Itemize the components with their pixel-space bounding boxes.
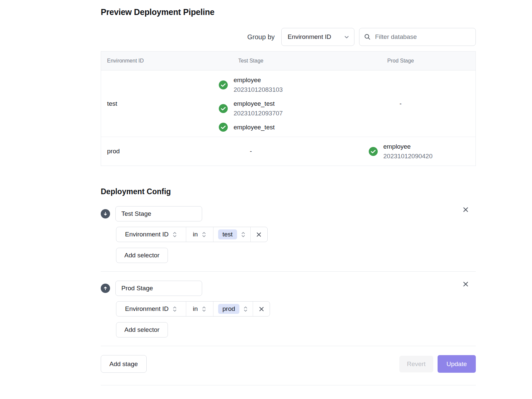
selector-operator-value: in [193,305,198,313]
selector-key-select[interactable]: Environment ID [116,302,186,316]
table-controls: Group by Environment ID [101,28,476,46]
page-title: Preview Deployment Pipeline [101,0,476,17]
revert-button[interactable]: Revert [399,356,433,372]
search-icon [364,34,371,40]
filter-database-input[interactable] [374,33,471,41]
database-item: employee 20231012083103 [219,75,283,94]
pipeline-table-header: Environment ID Test Stage Prod Stage [101,52,475,70]
deployment-config-title: Deployment Config [101,187,476,196]
selector-operator-select[interactable]: in [186,302,213,316]
chevron-up-down-icon [243,306,248,313]
label-selector: Environment ID in prod [116,301,270,317]
success-check-icon [219,123,228,132]
remove-selector-button[interactable] [253,302,270,316]
database-item: employee_test [219,122,283,132]
database-item: employee 20231012090420 [369,142,433,161]
database-version: 20231012093707 [233,108,283,118]
chevron-up-down-icon [172,306,177,313]
test-stage-empty: - [176,148,326,155]
table-row-test: test employee 20231012083103 [101,70,475,137]
database-name: employee [233,75,283,85]
column-header-environment-id: Environment ID [101,58,176,64]
stage-config-prod: Environment ID in prod [101,281,476,337]
remove-selector-button[interactable] [251,227,267,242]
add-selector-button[interactable]: Add selector [116,248,168,263]
test-stage-database-list: employee 20231012083103 employee_test 20… [219,75,283,132]
chevron-up-down-icon [201,306,206,313]
add-selector-button[interactable]: Add selector [116,322,168,337]
footer-actions: Add stage Revert Update [101,355,476,373]
chevron-up-down-icon [201,231,206,238]
column-header-test-stage: Test Stage [176,58,326,64]
selector-value-pill: prod [218,304,239,314]
stage-name-input[interactable] [115,206,202,221]
group-by-label: Group by [247,33,275,41]
database-name: employee [383,142,433,151]
label-selector: Environment ID in test [116,227,268,242]
prod-stage-empty: - [326,100,475,107]
bottom-divider [101,385,476,385]
success-check-icon [219,104,228,113]
prod-stage-database-list: employee 20231012090420 [369,142,433,161]
arrow-up-circle-icon [101,284,110,293]
chevron-up-down-icon [172,231,177,238]
database-name: employee_test [233,122,275,132]
remove-stage-button[interactable] [462,281,469,288]
add-stage-button[interactable]: Add stage [101,355,147,373]
stage-name-input[interactable] [115,281,202,296]
pipeline-table: Environment ID Test Stage Prod Stage tes… [101,51,476,166]
selector-value-select[interactable]: prod [213,302,253,316]
selector-operator-select[interactable]: in [186,227,213,242]
database-item: employee_test 20231012093707 [219,99,283,118]
selector-key-value: Environment ID [125,231,169,238]
section-divider [101,346,476,346]
close-icon [258,306,265,312]
selector-value-select[interactable]: test [213,227,251,242]
close-icon [462,206,469,213]
database-version: 20231012083103 [233,85,283,94]
database-name: employee_test [233,99,283,108]
main-content: Preview Deployment Pipeline Group by Env… [101,0,476,385]
section-divider [101,271,476,272]
remove-stage-button[interactable] [462,206,469,213]
table-row-prod: prod - employee 20231012090420 [101,137,475,166]
group-by-select[interactable]: Environment ID [281,28,354,46]
selector-operator-value: in [193,231,198,238]
selector-key-select[interactable]: Environment ID [116,227,186,242]
filter-database-field[interactable] [359,28,476,46]
success-check-icon [219,80,228,89]
chevron-up-down-icon [241,231,246,238]
database-version: 20231012090420 [383,151,433,161]
column-header-prod-stage: Prod Stage [326,58,475,64]
success-check-icon [369,147,378,156]
environment-name: prod [101,148,176,155]
selector-value-pill: test [218,229,237,239]
chevron-down-icon [344,34,349,40]
close-icon [256,231,262,238]
group-by-selected-value: Environment ID [288,33,331,41]
stage-config-test: Environment ID in test [101,206,476,263]
environment-name: test [101,100,176,107]
selector-key-value: Environment ID [125,305,169,313]
arrow-down-circle-icon [101,209,110,218]
close-icon [462,281,469,288]
update-button[interactable]: Update [438,355,476,373]
